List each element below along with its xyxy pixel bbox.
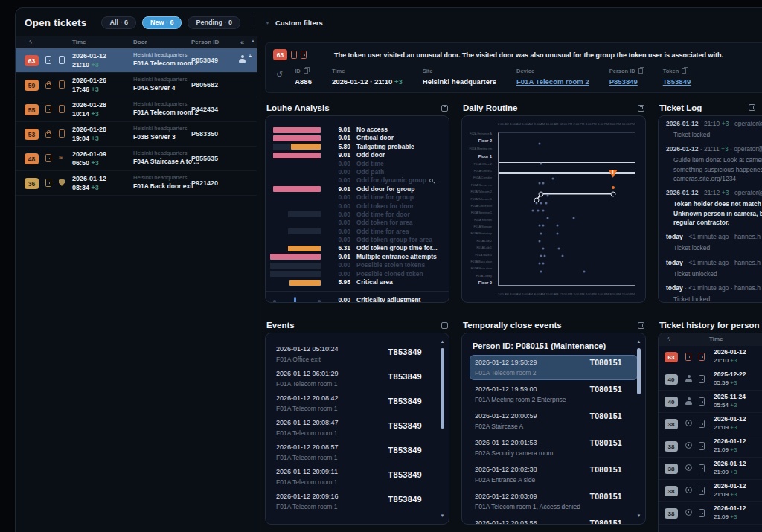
expand-panel-icon[interactable] bbox=[638, 105, 644, 112]
history-row[interactable]: 382026-01-1221:09 +3 bbox=[659, 435, 762, 458]
close-event-item[interactable]: 2026-01-12 20:01:53T080151F02A Security … bbox=[470, 435, 638, 461]
main-area: 63 The token user visited an unusual doo… bbox=[257, 36, 762, 532]
history-row[interactable]: 382026-01-1221:09 +3 bbox=[659, 458, 762, 480]
ticket-row[interactable]: 48≈2026-01-0906:50 +3Helsinki headquarte… bbox=[16, 147, 257, 171]
louhe-analysis-title: Louhe Analysis bbox=[266, 103, 330, 112]
history-row[interactable]: 382026-01-1221:09 +3 bbox=[659, 413, 762, 435]
log-entries: 2026-01-12 · 21:10 +3 · operator@Ticket … bbox=[659, 115, 762, 303]
x-tick-label: 2:00 PM bbox=[573, 122, 584, 126]
event-item[interactable]: 2026-01-12 20:09:16F01A Telecom room 1T8… bbox=[276, 493, 438, 517]
routine-chart: 2:00 AM4:00 AM6:00 AM8:00 AM10:00 AM12:0… bbox=[468, 122, 638, 296]
analysis-label: Possible cloned token bbox=[356, 270, 423, 278]
device-link[interactable]: F01A Telecom room 2 bbox=[516, 77, 589, 86]
x-tick-label: 10:00 AM bbox=[546, 122, 559, 126]
analysis-bar bbox=[273, 220, 321, 226]
scrollbar-thumb[interactable] bbox=[441, 348, 444, 429]
path-icon: ≈ bbox=[59, 154, 63, 161]
expand-panel-icon[interactable] bbox=[638, 322, 644, 329]
ticket-time: 2026-01-2819:04 +3 bbox=[72, 125, 106, 143]
history-row[interactable]: 402025-12-2205:59 +3 bbox=[659, 368, 762, 391]
door-icon bbox=[45, 56, 51, 64]
x-tick-label: 4:00 AM bbox=[510, 122, 521, 126]
person-column-header: Person ID bbox=[191, 39, 219, 45]
analysis-bar bbox=[273, 211, 321, 217]
close-event-item[interactable]: 2026-01-12 19:58:29T080151F01A Telecom r… bbox=[470, 355, 638, 380]
close-event-token: T080151 bbox=[589, 519, 622, 525]
door-icon bbox=[59, 80, 65, 89]
filter-tab-all[interactable]: All · 6 bbox=[101, 16, 136, 29]
adjustment-slider-handle[interactable] bbox=[294, 297, 296, 303]
scroll-down-icon[interactable]: ▼ bbox=[635, 513, 642, 518]
log-entry-header: 2026-01-12 · 21:12 +3 · operator@ bbox=[666, 189, 762, 196]
events-list: 2026-01-12 05:10:24F01A Office exitT8538… bbox=[266, 333, 449, 517]
copy-icon[interactable] bbox=[682, 68, 686, 74]
filter-tab-new[interactable]: New · 6 bbox=[142, 16, 182, 29]
scroll-down-icon[interactable]: ▼ bbox=[439, 513, 446, 518]
events-scrollbar[interactable]: ▲ ▼ bbox=[439, 339, 446, 518]
close-event-item[interactable]: 2026-01-12 20:00:59T080151F02A Staircase… bbox=[470, 408, 638, 434]
event-item[interactable]: 2026-01-12 20:08:57F01A Telecom room 1T8… bbox=[276, 443, 438, 468]
person-add-icon[interactable]: + bbox=[239, 55, 249, 65]
scroll-up-icon[interactable]: ▲ bbox=[439, 339, 446, 344]
x-tick-label: 10:00 AM bbox=[546, 292, 559, 296]
close-events-scrollbar[interactable]: ▲ ▼ bbox=[635, 339, 642, 518]
close-event-location: F02A Entrance A side bbox=[475, 476, 633, 484]
door-row-label: F01A Telecom 1 bbox=[470, 198, 492, 201]
scrollbar-thumb[interactable] bbox=[637, 348, 641, 394]
close-event-item[interactable]: 2026-01-12 19:59:00T080151F01A Meeting r… bbox=[470, 382, 638, 407]
criticality-badge: 40 bbox=[665, 374, 678, 385]
scroll-up-icon[interactable]: ▲ bbox=[635, 339, 642, 344]
person-id-link[interactable]: P853849 bbox=[609, 77, 643, 86]
analysis-label: Odd for dynamic group bbox=[356, 176, 433, 184]
history-row[interactable]: 632026-01-1221:10 +3 bbox=[659, 346, 762, 368]
ticket-row[interactable]: 592026-01-2617:46 +3Helsinki headquarter… bbox=[16, 73, 257, 97]
expand-panel-icon[interactable] bbox=[441, 105, 448, 112]
custom-filters-button[interactable]: ▼ Custom filters bbox=[265, 19, 323, 27]
collapse-panel-icon[interactable]: « bbox=[240, 39, 244, 46]
clock-icon bbox=[685, 487, 692, 493]
history-row[interactable]: 382026-01-1221:09 +3 bbox=[659, 502, 762, 525]
ticket-row[interactable]: 532026-01-2819:04 +3Helsinki headquarter… bbox=[16, 122, 257, 147]
analysis-label: Odd door for group bbox=[356, 185, 414, 193]
criticality-badge: 38 bbox=[665, 486, 678, 496]
x-tick-label: 4:00 AM bbox=[510, 292, 521, 296]
event-item[interactable]: 2026-01-12 20:09:11F01A Telecom room 1T8… bbox=[276, 468, 438, 493]
token-link[interactable]: T853849 bbox=[663, 77, 691, 86]
floor-label: Floor 1 bbox=[478, 155, 492, 159]
analysis-value: 9.01 bbox=[325, 126, 350, 133]
event-item[interactable]: 2026-01-12 20:08:47F01A Telecom room 1T8… bbox=[276, 419, 438, 443]
filter-tab-pending[interactable]: Pending · 0 bbox=[188, 16, 240, 29]
close-event-item[interactable]: 2026-01-12 20:03:58T080151F01A Gate 5 ex… bbox=[470, 516, 638, 525]
ticket-row[interactable]: 552026-01-2810:14 +3Helsinki headquarter… bbox=[16, 97, 257, 122]
history-time: 2026-01-1221:09 +3 bbox=[714, 415, 746, 431]
criticality-badge: 48 bbox=[25, 153, 39, 164]
analysis-value: 0.00 bbox=[325, 168, 350, 176]
analysis-bar bbox=[273, 254, 321, 260]
criticality-badge: 55 bbox=[25, 104, 39, 115]
close-event-item[interactable]: 2026-01-12 20:03:09T080151F01A Telecom r… bbox=[470, 489, 638, 514]
analysis-label: Multiple entrance attempts bbox=[356, 253, 437, 260]
analysis-label: No access bbox=[356, 126, 388, 133]
close-event-item[interactable]: 2026-01-12 20:02:38T080151F02A Entrance … bbox=[470, 462, 638, 487]
expand-panel-icon[interactable] bbox=[749, 104, 755, 111]
content: ϟ Time Door Person ID « ▲ 632026-01-1221… bbox=[16, 36, 762, 532]
history-row[interactable]: 382026-01-1221:09 +3 bbox=[659, 480, 762, 502]
door-icon bbox=[685, 353, 691, 361]
event-item[interactable]: 2026-01-12 06:01:29F01A Telecom room 1T8… bbox=[276, 370, 438, 394]
history-row[interactable]: 402025-11-2405:54 +3 bbox=[659, 391, 762, 413]
ticket-row[interactable]: 632026-01-1221:10 +3Helsinki headquarter… bbox=[16, 48, 257, 73]
expand-panel-icon[interactable] bbox=[441, 322, 448, 329]
event-item[interactable]: 2026-01-12 05:10:24F01A Office exitT8538… bbox=[276, 345, 438, 370]
refresh-icon[interactable]: ↺ bbox=[276, 70, 283, 80]
event-location: F01A Telecom room 1 bbox=[276, 405, 438, 412]
scroll-up-icon[interactable]: ▲ bbox=[251, 39, 255, 43]
ticket-rows: 632026-01-1221:10 +3Helsinki headquarter… bbox=[16, 48, 257, 196]
log-entry-body: Guide item done: Look at cameras if some… bbox=[673, 156, 762, 183]
copy-icon[interactable] bbox=[638, 68, 643, 74]
close-event-token: T080151 bbox=[589, 385, 622, 394]
analysis-bar bbox=[273, 169, 321, 175]
ticket-row[interactable]: 362026-01-1208:34 +3Helsinki headquarter… bbox=[16, 171, 257, 196]
event-item[interactable]: 2026-01-12 20:08:42F01A Telecom room 1T8… bbox=[276, 394, 438, 419]
log-entry: 2026-01-12 · 21:11 +3 · operator@Guide i… bbox=[666, 145, 762, 183]
copy-icon[interactable] bbox=[304, 68, 308, 74]
